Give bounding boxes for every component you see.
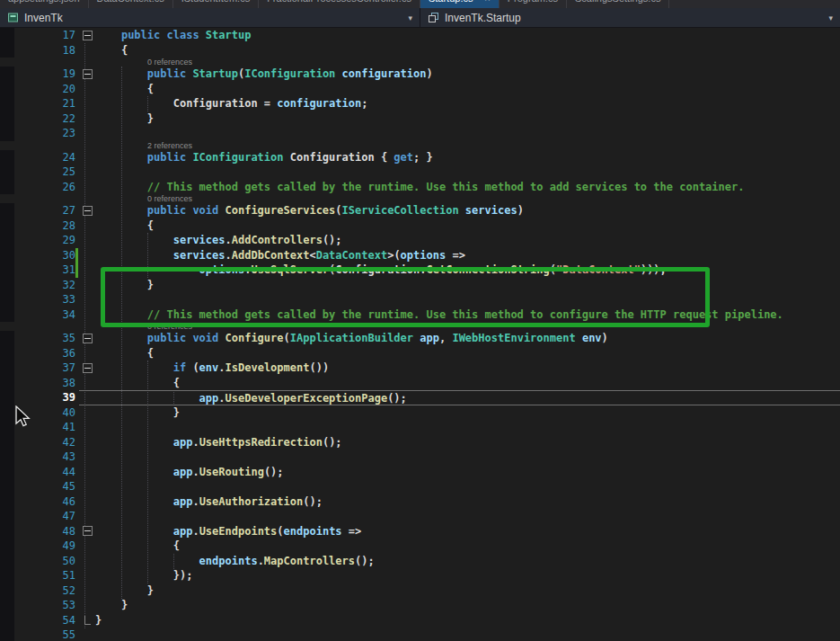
code-line-21: 21 Configuration = configuration; xyxy=(0,96,840,111)
fold-collapse-icon[interactable] xyxy=(79,67,95,82)
breakpoint-margin[interactable] xyxy=(0,598,14,613)
code-text: options.UseSqlServer(Configuration.GetCo… xyxy=(95,263,667,278)
breakpoint-margin[interactable] xyxy=(0,96,14,111)
tab-startup-cs[interactable]: Startup.cs▪× xyxy=(420,0,500,8)
breakpoint-margin[interactable] xyxy=(0,331,14,346)
breakpoint-margin[interactable] xyxy=(0,278,14,293)
breakpoint-margin[interactable] xyxy=(0,494,14,510)
fold-margin xyxy=(79,405,95,421)
code-text: // This method gets called by the runtim… xyxy=(95,307,783,323)
breakpoint-margin[interactable] xyxy=(0,390,14,405)
breakpoint-margin[interactable] xyxy=(0,82,14,97)
line-number: 24 xyxy=(14,150,79,165)
line-number: 20 xyxy=(14,82,79,97)
breakpoint-margin[interactable] xyxy=(0,292,14,307)
line-number: 39 xyxy=(14,390,79,405)
code-line-39: 39 app.UseDeveloperExceptionPage(); xyxy=(0,390,840,405)
track-changes-bar xyxy=(75,248,78,263)
code-text: // This method gets called by the runtim… xyxy=(95,180,744,195)
breakpoint-margin[interactable] xyxy=(0,307,14,323)
tab-datacontext-cs[interactable]: DataContext.cs xyxy=(89,0,173,8)
breakpoint-margin[interactable] xyxy=(0,583,14,599)
breakpoint-margin[interactable] xyxy=(0,165,14,180)
breakpoint-margin[interactable] xyxy=(0,524,14,539)
breakpoint-margin[interactable] xyxy=(0,376,14,391)
breakpoint-margin[interactable] xyxy=(0,435,14,450)
line-number: 55 xyxy=(14,628,79,641)
code-text: { xyxy=(95,376,180,391)
breakpoint-margin[interactable] xyxy=(0,628,14,641)
fold-margin xyxy=(79,346,95,361)
line-number: 41 xyxy=(14,420,79,435)
project-dropdown[interactable]: InvenTk ▾ xyxy=(0,8,420,27)
breakpoint-margin[interactable] xyxy=(0,361,14,376)
tab-scalingssettings-cs[interactable]: ScalingsSettings.cs xyxy=(567,0,669,8)
code-line-52: 52 } xyxy=(0,583,840,599)
code-line-22: 22 } xyxy=(0,111,840,127)
breakpoint-margin[interactable] xyxy=(0,346,14,361)
fold-collapse-icon[interactable] xyxy=(79,524,95,539)
code-text: }); xyxy=(95,568,192,583)
line-number: 47 xyxy=(14,509,79,524)
breakpoint-margin[interactable] xyxy=(0,248,14,263)
code-line-31: 31 options.UseSqlServer(Configuration.Ge… xyxy=(0,263,840,278)
breakpoint-margin[interactable] xyxy=(0,203,14,218)
breakpoint-margin[interactable] xyxy=(0,613,14,628)
breakpoint-margin[interactable] xyxy=(0,420,14,435)
chevron-down-icon[interactable]: ▾ xyxy=(408,13,412,22)
fold-margin xyxy=(79,307,95,323)
line-number: 30 xyxy=(14,248,79,263)
breakpoint-margin[interactable] xyxy=(0,263,14,278)
chevron-down-icon[interactable]: ▾ xyxy=(828,13,833,22)
pin-icon[interactable]: ▪ xyxy=(477,0,480,3)
fold-collapse-icon[interactable] xyxy=(79,203,95,218)
codelens-references[interactable]: 0 references xyxy=(0,194,840,203)
line-number: 40 xyxy=(14,405,79,421)
breakpoint-margin[interactable] xyxy=(0,28,14,43)
fold-margin xyxy=(79,111,95,127)
line-number: 35 xyxy=(14,331,79,346)
breakpoint-margin[interactable] xyxy=(0,465,14,480)
breakpoint-margin[interactable] xyxy=(0,180,14,195)
codelens-references[interactable]: 0 references xyxy=(0,322,840,331)
close-tab-icon[interactable]: × xyxy=(484,0,490,4)
project-dropdown-value: InvenTk xyxy=(24,12,63,24)
breakpoint-margin[interactable] xyxy=(0,126,14,141)
breakpoint-margin[interactable] xyxy=(0,111,14,127)
breakpoint-margin[interactable] xyxy=(0,233,14,248)
fold-margin xyxy=(79,568,95,583)
breakpoint-margin[interactable] xyxy=(0,554,14,569)
type-dropdown[interactable]: InvenTk.Startup ▾ xyxy=(420,8,840,27)
codelens-references[interactable]: 2 references xyxy=(0,141,840,150)
fold-collapse-icon[interactable] xyxy=(79,361,95,376)
fold-margin xyxy=(79,420,95,435)
breakpoint-margin[interactable] xyxy=(0,405,14,421)
breakpoint-margin[interactable] xyxy=(0,450,14,465)
breakpoint-margin[interactable] xyxy=(0,539,14,554)
tab-istudentitem-cs[interactable]: IStudentItem.cs xyxy=(173,0,259,8)
code-editor[interactable]: 17 public class Startup18 {0 references1… xyxy=(0,28,840,641)
fold-margin xyxy=(79,465,95,480)
breakpoint-margin[interactable] xyxy=(0,43,14,58)
code-line-46: 46 app.UseAuthorization(); xyxy=(0,494,840,510)
breakpoint-margin[interactable] xyxy=(0,218,14,234)
code-line-48: 48 app.UseEndpoints(endpoints => xyxy=(0,524,840,539)
code-text: services.AddControllers(); xyxy=(95,233,342,248)
code-line-36: 36 { xyxy=(0,346,840,361)
project-icon xyxy=(7,12,19,23)
code-text: public Startup(IConfiguration configurat… xyxy=(95,67,433,82)
breakpoint-margin[interactable] xyxy=(0,67,14,82)
fold-collapse-icon[interactable] xyxy=(79,28,95,43)
codelens-references[interactable]: 0 references xyxy=(0,58,840,67)
tab-appsettings-json[interactable]: appsettings.json xyxy=(0,0,89,8)
tab-fractionalprocessescontroller-cs[interactable]: FractionalProcessesController.cs xyxy=(259,0,420,8)
code-text: } xyxy=(95,613,102,628)
breakpoint-margin[interactable] xyxy=(0,568,14,583)
tab-label: Startup.cs xyxy=(429,0,473,4)
breakpoint-margin[interactable] xyxy=(0,479,14,494)
breakpoint-margin[interactable] xyxy=(0,150,14,165)
fold-collapse-icon[interactable] xyxy=(79,331,95,346)
tab-program-cs[interactable]: Program.cs xyxy=(500,0,567,8)
breakpoint-margin[interactable] xyxy=(0,509,14,524)
code-area: 17 public class Startup18 {0 references1… xyxy=(0,28,840,641)
